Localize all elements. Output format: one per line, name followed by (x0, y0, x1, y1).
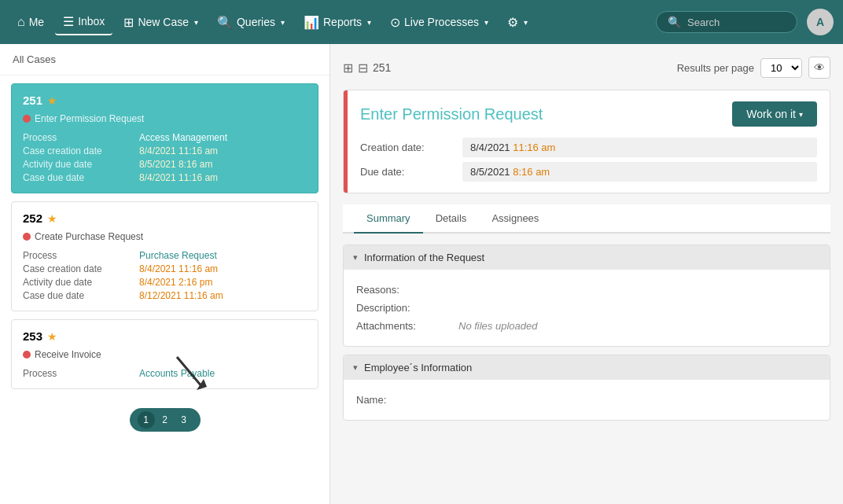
section-employee-info-body: Name: (344, 380, 830, 420)
new-case-icon: ⊞ (123, 15, 134, 30)
star-icon-251: ★ (47, 94, 57, 107)
detail-title: Enter Permission Request (360, 105, 543, 123)
case-id-252: 252 (23, 212, 42, 225)
detail-card-inner: Enter Permission Request Work on it ▾ Cr… (344, 90, 830, 193)
case-activity-key-252: Activity due date (23, 277, 133, 288)
search-input[interactable] (687, 17, 782, 28)
nav-me-label: Me (29, 16, 44, 28)
page-btn-3[interactable]: 3 (175, 411, 193, 429)
settings-chevron-icon: ▾ (524, 18, 528, 27)
page-size-select[interactable]: 10 (760, 58, 802, 78)
nav-reports-label: Reports (323, 16, 362, 28)
case-process-key-252: Process (23, 250, 133, 261)
settings-icon: ⚙ (507, 15, 518, 30)
case-activity-key-251: Activity due date (23, 159, 133, 170)
results-per-page-label: Results per page (677, 62, 754, 74)
case-icon-1: ⊞ (343, 61, 353, 75)
section-chevron-icon: ▾ (353, 252, 358, 263)
page-btn-2[interactable]: 2 (156, 411, 174, 429)
case-card-251[interactable]: 251 ★ Enter Permission Request Process A… (11, 83, 318, 193)
tab-assignees[interactable]: Assignees (479, 204, 551, 234)
case-count-label: 251 (373, 61, 391, 74)
detail-title-row: Enter Permission Request Work on it ▾ (360, 101, 817, 127)
inbox-icon: ☰ (63, 14, 74, 29)
nav-new-case[interactable]: ⊞ New Case ▾ (116, 10, 206, 35)
top-navbar: ⌂ Me ☰ Inbox ⊞ New Case ▾ 🔍 Queries ▾ 📊 … (0, 0, 843, 44)
case-header-253: 253 ★ (23, 329, 307, 343)
svg-marker-1 (197, 379, 207, 390)
nav-inbox-label: Inbox (78, 15, 105, 28)
case-process-key-253: Process (23, 368, 133, 379)
nav-reports[interactable]: 📊 Reports ▾ (296, 10, 379, 35)
live-processes-chevron-icon: ▾ (484, 18, 488, 27)
tabs-row: Summary Details Assignees (343, 204, 830, 234)
live-processes-icon: ⊙ (390, 15, 400, 30)
new-case-chevron-icon: ▾ (194, 18, 198, 27)
reports-chevron-icon: ▾ (367, 18, 371, 27)
case-creation-key-251: Case creation date (23, 145, 133, 156)
search-bar[interactable]: 🔍 (656, 11, 797, 33)
case-count-row: ⊞ ⊟ 251 (343, 61, 391, 75)
case-process-value-251: Access Management (139, 132, 307, 143)
case-process-key-251: Process (23, 132, 133, 143)
field-attachments: Attachments: No files uploaded (356, 317, 817, 335)
queries-icon: 🔍 (217, 15, 233, 30)
field-description-label: Description: (356, 302, 458, 314)
case-id-253: 253 (23, 329, 42, 343)
nav-live-processes[interactable]: ⊙ Live Processes ▾ (382, 10, 496, 35)
case-creation-key-252: Case creation date (23, 263, 133, 274)
nav-settings[interactable]: ⚙ ▾ (499, 10, 536, 35)
work-btn-label: Work on it (746, 108, 796, 120)
case-status-label-253: Receive Invoice (35, 349, 101, 360)
right-header: ⊞ ⊟ 251 Results per page 10 👁 (343, 57, 830, 79)
case-info-251: Process Access Management Case creation … (23, 132, 307, 183)
pagination-pills: 1 2 3 (130, 408, 201, 432)
all-cases-label: All Cases (13, 53, 56, 65)
visibility-button[interactable]: 👁 (808, 57, 830, 79)
nav-queries[interactable]: 🔍 Queries ▾ (209, 10, 293, 35)
field-description: Description: (356, 299, 817, 317)
section-info-request-header[interactable]: ▾ Information of the Request (344, 245, 830, 270)
tab-details[interactable]: Details (423, 204, 480, 234)
case-activity-value-252: 8/4/2021 2:16 pm (139, 277, 307, 288)
status-dot-253 (23, 351, 31, 359)
page-btn-1[interactable]: 1 (138, 411, 155, 429)
work-btn-chevron-icon: ▾ (799, 110, 803, 119)
section-employee-info-header[interactable]: ▾ Employee´s Information (344, 355, 830, 380)
nav-new-case-label: New Case (138, 16, 189, 28)
pagination-wrapper: 1 2 3 (0, 402, 329, 438)
detail-content: Enter Permission Request Work on it ▾ Cr… (348, 90, 830, 193)
section-info-request-title: Information of the Request (364, 252, 484, 263)
star-icon-252: ★ (47, 212, 57, 225)
case-creation-value-251: 8/4/2021 11:16 am (139, 145, 307, 156)
case-due-value-251: 8/4/2021 11:16 am (139, 172, 307, 183)
nav-me[interactable]: ⌂ Me (9, 10, 52, 34)
creation-date-date: 8/4/2021 (470, 142, 513, 153)
results-control: Results per page 10 👁 (677, 57, 830, 79)
search-icon: 🔍 (668, 16, 681, 28)
case-card-253[interactable]: 253 ★ Receive Invoice Process Accounts P… (11, 319, 318, 389)
field-reasons-label: Reasons: (356, 284, 458, 296)
avatar[interactable]: A (807, 9, 834, 35)
nav-inbox[interactable]: ☰ Inbox (55, 9, 112, 35)
case-due-value-252: 8/12/2021 11:16 am (139, 290, 307, 301)
work-on-it-button[interactable]: Work on it ▾ (732, 101, 817, 127)
status-dot-252 (23, 233, 31, 241)
case-icon-2: ⊟ (358, 61, 368, 75)
status-dot-251 (23, 115, 31, 123)
nav-queries-label: Queries (237, 16, 275, 28)
tab-summary[interactable]: Summary (354, 204, 423, 234)
case-header-252: 252 ★ (23, 212, 307, 225)
case-header-251: 251 ★ (23, 94, 307, 107)
queries-chevron-icon: ▾ (281, 18, 285, 27)
case-activity-value-251: 8/5/2021 8:16 am (139, 159, 307, 170)
field-reasons: Reasons: (356, 281, 817, 299)
detail-card: Enter Permission Request Work on it ▾ Cr… (343, 90, 830, 193)
star-icon-253: ★ (47, 330, 57, 343)
section-info-request: ▾ Information of the Request Reasons: De… (343, 245, 830, 347)
section-employee-info-title: Employee´s Information (364, 362, 472, 373)
right-panel: ⊞ ⊟ 251 Results per page 10 👁 Ente (330, 44, 843, 504)
home-icon: ⌂ (17, 15, 25, 29)
case-card-252[interactable]: 252 ★ Create Purchase Request Process Pu… (11, 201, 318, 311)
field-attachments-label: Attachments: (356, 320, 458, 332)
